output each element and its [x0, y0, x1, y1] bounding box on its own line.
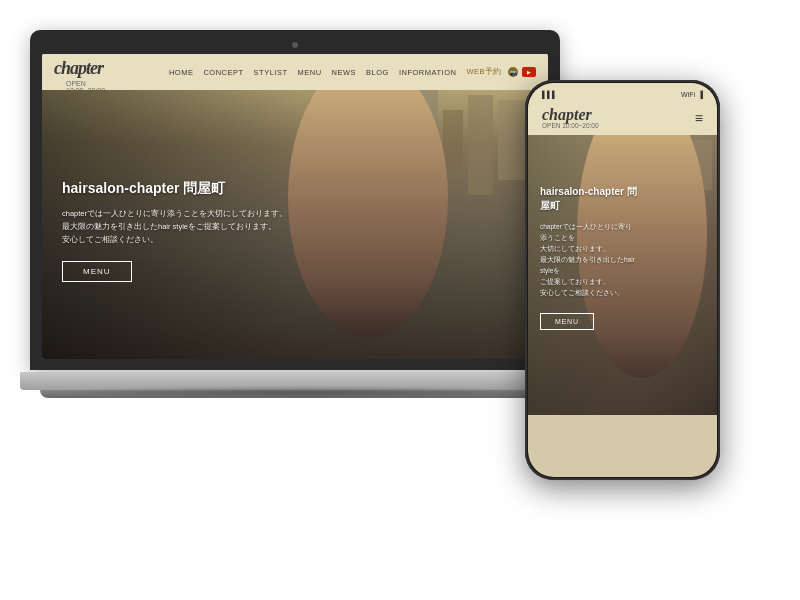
laptop-hero-text: chapterでは一人ひとりに寄り添うことを大切にしております。 最大限の魅力を… [62, 208, 287, 246]
instagram-icon: 📷 [508, 67, 518, 77]
phone-hero-title: hairsalon-chapter 問屋町 [540, 185, 637, 213]
laptop-hero-title: hairsalon-chapter 問屋町 [62, 180, 287, 198]
nav-menu[interactable]: MENU [298, 68, 322, 77]
laptop-hero-menu-button[interactable]: MENU [62, 261, 132, 282]
phone-hero-text: chapterでは一人ひとりに寄り添うことを 大切にしております。 最大限の魅力… [540, 221, 637, 298]
battery-icon: ▐ [698, 91, 703, 98]
phone-hero-menu-button[interactable]: MENU [540, 313, 594, 330]
wifi-icon: WiFi [681, 91, 695, 98]
nav-blog[interactable]: BLOG [366, 68, 389, 77]
laptop-site-nav: HOME CONCEPT STYLIST MENU NEWS BLOG INFO… [169, 67, 502, 77]
phone-hero-content: hairsalon-chapter 問屋町 chapterでは一人ひとりに寄り添… [540, 185, 637, 330]
nav-stylist[interactable]: STYLIST [254, 68, 288, 77]
scene: chapter OPEN 10:00~20:00 HOME CONCEPT ST… [0, 0, 800, 600]
phone-hamburger-menu-icon[interactable]: ≡ [695, 110, 703, 126]
laptop-screen-outer: chapter OPEN 10:00~20:00 HOME CONCEPT ST… [30, 30, 560, 370]
phone-signal: ▌▌▌ [542, 91, 557, 98]
nav-information[interactable]: INFORMATION [399, 68, 456, 77]
nav-news[interactable]: NEWS [332, 68, 357, 77]
phone-inner: ▌▌▌ WiFi ▐ chapter OPEN 10:00~20:00 ≡ [528, 83, 717, 477]
laptop: chapter OPEN 10:00~20:00 HOME CONCEPT ST… [30, 30, 560, 420]
laptop-screen: chapter OPEN 10:00~20:00 HOME CONCEPT ST… [42, 54, 548, 359]
laptop-hero: hairsalon-chapter 問屋町 chapterでは一人ひとりに寄り添… [42, 90, 548, 359]
phone: ▌▌▌ WiFi ▐ chapter OPEN 10:00~20:00 ≡ [525, 80, 720, 480]
phone-logo-container: chapter OPEN 10:00~20:00 [542, 106, 599, 129]
laptop-camera [292, 42, 298, 48]
phone-site-logo-sub: OPEN 10:00~20:00 [542, 122, 599, 129]
nav-web-yoyaku[interactable]: WEB予約 [466, 67, 502, 77]
phone-hero: hairsalon-chapter 問屋町 chapterでは一人ひとりに寄り添… [528, 135, 717, 415]
phone-status-bar: ▌▌▌ WiFi ▐ [528, 83, 717, 102]
site-header: chapter OPEN 10:00~20:00 HOME CONCEPT ST… [42, 54, 548, 90]
youtube-icon: ▶ [522, 67, 536, 77]
laptop-site-logo: chapter [54, 58, 103, 78]
phone-status-icons: WiFi ▐ [681, 91, 703, 98]
laptop-hero-content: hairsalon-chapter 問屋町 chapterでは一人ひとりに寄り添… [62, 180, 287, 282]
nav-home[interactable]: HOME [169, 68, 194, 77]
nav-concept[interactable]: CONCEPT [203, 68, 243, 77]
phone-site-logo: chapter [542, 106, 592, 123]
phone-screen: ▌▌▌ WiFi ▐ chapter OPEN 10:00~20:00 ≡ [528, 83, 717, 477]
laptop-social-icons: 📷 ▶ [508, 67, 536, 77]
phone-header: chapter OPEN 10:00~20:00 ≡ [528, 102, 717, 135]
laptop-shadow [40, 386, 570, 398]
